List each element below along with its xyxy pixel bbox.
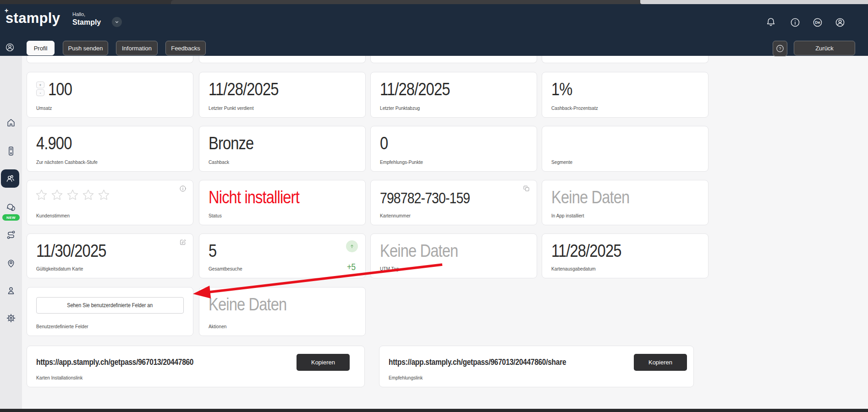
card-aktionen: Keine Daten Aktionen: [199, 287, 366, 336]
stepper-minus-button[interactable]: -: [36, 89, 44, 96]
card-value: 798782-730-159: [380, 190, 484, 207]
card-cashback: Bronze Cashback: [199, 126, 366, 172]
person-icon: [6, 286, 16, 296]
card-value: 11/28/2025: [209, 80, 290, 99]
star-icon: [82, 189, 94, 201]
sidebar-item-account[interactable]: [0, 281, 22, 301]
browser-strip-tab: [171, 0, 640, 4]
back-button[interactable]: Zurück: [794, 41, 855, 55]
card-label: Karten Installationslink: [36, 375, 87, 380]
svg-text:?: ?: [779, 46, 781, 51]
card-label: UTM Tag: [380, 266, 400, 271]
notifications-button[interactable]: [765, 17, 776, 28]
sidebar-item-integrations[interactable]: [0, 225, 22, 245]
view-custom-fields-button[interactable]: Sehen Sie benutzerdefinierte Felder an: [36, 297, 184, 314]
card-label: Aktionen: [209, 324, 228, 329]
language-badge-icon: De: [812, 17, 823, 28]
help-button[interactable]: ?: [773, 41, 787, 56]
card-value: Keine Daten: [551, 188, 642, 207]
greeting: Hallo, Stamply: [72, 11, 101, 27]
card-kundenstimmen: Kundenstimmen: [27, 180, 193, 225]
browser-strip: [0, 0, 868, 4]
stamp-terminal-icon: [6, 146, 16, 156]
tab-profil[interactable]: Profil: [27, 41, 55, 55]
card-empfehlungs-punkte: 0 Empfehlungs-Punkte: [370, 126, 537, 172]
card-letzter-punkt-verdient: 11/28/2025 Letzter Punkt verdient: [199, 72, 366, 118]
card-partial: [199, 56, 366, 63]
referral-link-url: https://app.stamply.ch/getpass/967013/20…: [389, 358, 595, 367]
greeting-hallo: Hallo,: [72, 11, 101, 17]
info-button[interactable]: [790, 17, 801, 28]
sidebar: NEW: [0, 56, 22, 409]
gear-icon: [6, 313, 16, 323]
card-label: Benutzerdefinierte Felder: [36, 324, 93, 329]
tab-feedbacks[interactable]: Feedbacks: [165, 41, 206, 55]
arrow-up-icon: [349, 243, 355, 249]
edit-icon: [179, 239, 187, 246]
card-label: Cashback: [209, 159, 231, 165]
card-label: Status: [209, 213, 223, 218]
language-button[interactable]: De: [812, 17, 823, 28]
card-label: Letzter Punkt verdient: [209, 105, 258, 111]
star-icon: [66, 189, 79, 201]
info-icon: [179, 185, 187, 192]
app-header: + stamply Hallo, Stamply De: [0, 4, 868, 56]
card-label: Kundenstimmen: [36, 213, 73, 218]
sidebar-item-settings[interactable]: [0, 308, 22, 328]
copy-icon: [523, 185, 530, 192]
info-hint-button[interactable]: [179, 185, 187, 192]
sidebar-item-home[interactable]: [0, 113, 22, 133]
card-label: Kartenausgabedatum: [551, 266, 599, 271]
map-pin-icon: [6, 258, 16, 268]
account-switch-chevron[interactable]: [112, 17, 122, 27]
sidebar-account-icon[interactable]: [5, 43, 15, 52]
card-value: 0: [380, 134, 389, 153]
copy-install-link-button[interactable]: Kopieren: [297, 354, 350, 371]
sidebar-item-locations[interactable]: [0, 253, 22, 273]
stamply-logo: + stamply: [5, 10, 60, 27]
tab-push-senden[interactable]: Push senden: [63, 41, 108, 55]
card-value: Nicht installiert: [209, 188, 314, 207]
card-cashback-prozentsatz: 1% Cashback-Prozentsatz: [542, 72, 709, 118]
profile-button[interactable]: [835, 17, 846, 28]
card-benutzerdefinierte-felder: Sehen Sie benutzerdefinierte Felder an B…: [27, 287, 193, 336]
bell-icon: [765, 17, 776, 28]
trend-value: +5: [347, 262, 357, 272]
card-label: Umsatz: [36, 105, 53, 111]
sidebar-item-chat[interactable]: [0, 197, 22, 217]
route-icon: [6, 230, 16, 240]
card-value: Bronze: [209, 134, 261, 153]
chevron-down-icon: [114, 19, 120, 25]
card-partial: [27, 56, 193, 63]
chat-bubbles-icon: [6, 202, 16, 212]
user-circle-icon: [835, 17, 846, 28]
card-empfehlungslink: https://app.stamply.ch/getpass/967013/20…: [379, 346, 694, 387]
trend-up-badge: [346, 240, 358, 252]
copy-card-number-button[interactable]: [523, 185, 530, 192]
star-icon: [51, 189, 63, 201]
card-label: In App installiert: [551, 213, 587, 218]
browser-strip-light: [640, 0, 868, 4]
info-icon: [790, 17, 801, 28]
card-label: Empfehlungs-Punkte: [380, 159, 427, 165]
rating-stars: [35, 189, 110, 201]
sidebar-item-stamp-terminal[interactable]: [0, 141, 22, 161]
question-icon: ?: [775, 44, 785, 53]
bottom-browser-strip: [0, 409, 868, 412]
stepper-plus-button[interactable]: +: [36, 81, 44, 88]
card-kartennummer: 798782-730-159 Kartennummer: [370, 180, 537, 225]
card-label: Empfehlungslink: [389, 375, 426, 380]
card-label: Gültigkeitsdatum Karte: [36, 266, 87, 271]
sidebar-item-customers[interactable]: [1, 169, 19, 188]
edit-date-button[interactable]: [179, 239, 187, 246]
card-value: Keine Daten: [209, 295, 299, 314]
copy-referral-link-button[interactable]: Kopieren: [634, 354, 687, 371]
card-value: 11/28/2025: [551, 241, 632, 261]
card-naechste-cashback-stufe: 4.900 Zur nächsten Cashback-Stufe: [27, 126, 193, 172]
card-label: Segmente: [551, 159, 574, 165]
star-icon: [98, 189, 110, 201]
card-installationslink: https://app.stamply.ch/getpass/967013/20…: [27, 346, 365, 387]
card-partial: [370, 56, 537, 63]
tab-information[interactable]: Information: [116, 41, 158, 55]
user-circle-icon: [5, 43, 15, 52]
